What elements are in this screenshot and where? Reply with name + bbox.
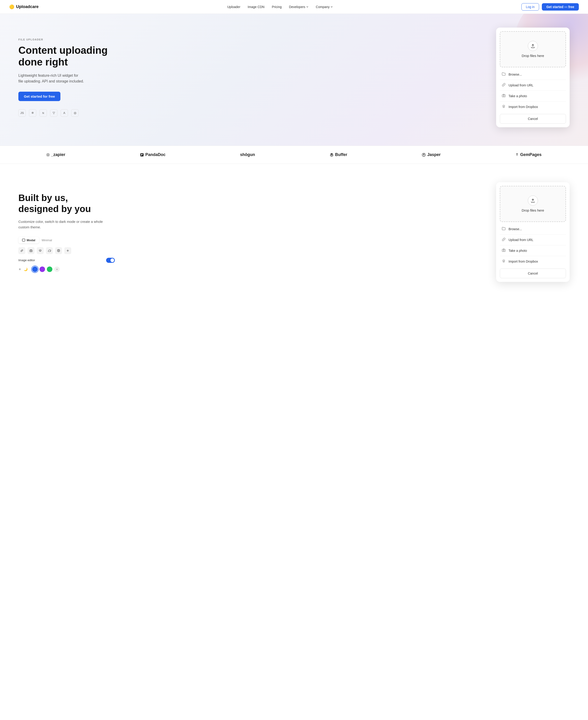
widget-options-2: Browse... Upload from URL Take a photo xyxy=(500,224,566,267)
color-green[interactable] xyxy=(47,267,52,272)
option-dropbox-label: Import from Dropbox xyxy=(508,105,538,109)
option-url[interactable]: Upload from URL xyxy=(500,80,566,91)
jasper-icon xyxy=(422,153,426,157)
drop-zone[interactable]: Drop files here xyxy=(500,31,566,67)
tech-icon-angular: A xyxy=(61,109,68,117)
cancel-button-2[interactable]: Cancel xyxy=(500,269,566,278)
upload-widget-card-2: Drop files here Browse... Upload from UR… xyxy=(496,182,570,282)
logo[interactable]: 🟡 Uploadcare xyxy=(9,4,39,9)
color-blue[interactable] xyxy=(32,267,38,272)
drop-zone-2[interactable]: Drop files here xyxy=(500,186,566,222)
drop-text-2: Drop files here xyxy=(522,208,544,212)
option-url-label: Upload from URL xyxy=(508,83,533,87)
tech-icon-svelte: ◎ xyxy=(71,109,79,117)
svg-rect-10 xyxy=(502,249,505,251)
tech-icon-react: ⚛ xyxy=(29,109,36,117)
svg-point-1 xyxy=(503,95,504,97)
camera-icon xyxy=(502,94,506,99)
cancel-button[interactable]: Cancel xyxy=(500,114,566,124)
chevron-down-icon xyxy=(331,6,333,8)
option-browse-label-2: Browse... xyxy=(508,227,522,231)
chevron-down-icon xyxy=(306,6,309,8)
option-browse[interactable]: Browse... xyxy=(500,69,566,80)
toggle-row: Image editor xyxy=(18,258,115,263)
hero-label: FILE UPLOADER xyxy=(18,38,108,41)
option-dropbox-label-2: Import from Dropbox xyxy=(508,260,538,263)
nav-link-developers[interactable]: Developers xyxy=(289,5,309,9)
svg-point-8 xyxy=(58,250,59,251)
controls-panel: Modal Minimal xyxy=(18,237,115,272)
logo-pandadoc: PandaDoc xyxy=(140,152,166,157)
option-browse-label: Browse... xyxy=(508,73,522,76)
option-dropbox-2[interactable]: Import from Dropbox xyxy=(500,256,566,267)
option-url-2[interactable]: Upload from URL xyxy=(500,234,566,245)
mode-minimal-button[interactable]: Minimal xyxy=(42,239,52,242)
mode-toggle: Modal Minimal xyxy=(18,237,115,244)
light-theme-icon[interactable]: ☀ xyxy=(18,267,21,271)
section2-left: Built by us,designed by you Customize co… xyxy=(18,192,115,272)
upload-icon-circle xyxy=(528,41,538,51)
modal-icon xyxy=(22,239,25,242)
color-add-button[interactable]: + xyxy=(54,267,60,272)
svg-rect-0 xyxy=(502,95,505,97)
logo-buffer: Buffer xyxy=(330,152,347,157)
logo-gempages-text: GemPages xyxy=(520,152,542,157)
nav-link-uploader[interactable]: Uploader xyxy=(227,5,240,9)
upload-icon xyxy=(530,43,536,48)
camera-icon-2 xyxy=(502,248,506,253)
dropbox-icon-2 xyxy=(502,259,506,264)
option-dropbox[interactable]: Import from Dropbox xyxy=(500,102,566,112)
option-photo[interactable]: Take a photo xyxy=(500,91,566,102)
theme-row: ☀ 🌙 + xyxy=(18,267,115,272)
navbar: 🟡 Uploadcare Uploader Image CDN Pricing … xyxy=(0,0,588,14)
nav-link-pricing[interactable]: Pricing xyxy=(272,5,281,9)
svg-point-6 xyxy=(30,250,31,251)
dark-theme-icon[interactable]: 🌙 xyxy=(24,267,27,271)
get-started-button[interactable]: Get started — free xyxy=(542,3,579,11)
logo-emoji: 🟡 xyxy=(9,4,14,9)
color-purple[interactable] xyxy=(40,267,45,272)
mode-modal-button[interactable]: Modal xyxy=(18,237,39,244)
tech-icon-js: JS xyxy=(18,109,26,117)
hero-cta-button[interactable]: Get started for free xyxy=(18,92,60,101)
pandadoc-icon xyxy=(140,153,144,157)
image-editor-toggle[interactable] xyxy=(106,258,115,263)
src-cloud-icon[interactable] xyxy=(46,247,53,254)
login-button[interactable]: Log in xyxy=(521,3,539,11)
widget-options: Browse... Upload from URL Take a photo xyxy=(500,69,566,112)
theme-icons: ☀ 🌙 xyxy=(18,267,27,271)
section2-title: Built by us,designed by you xyxy=(18,192,115,214)
folder-icon xyxy=(502,72,506,77)
tech-icon-next: N xyxy=(40,109,47,117)
src-link-icon[interactable] xyxy=(18,247,25,254)
src-plus-icon[interactable] xyxy=(64,247,71,254)
link-icon-2 xyxy=(502,237,506,242)
hero-title: Content uploadingdone right xyxy=(18,45,108,68)
option-photo-label-2: Take a photo xyxy=(508,249,527,252)
logos-strip: _zapier PandaDoc shōgun Buffer Jasper Ge… xyxy=(0,146,588,164)
upload-widget-card: Drop files here Browse... Upload from UR… xyxy=(496,27,570,127)
nav-link-image-cdn[interactable]: Image CDN xyxy=(248,5,265,9)
upload-widget-hero: Drop files here Browse... Upload from UR… xyxy=(496,27,570,127)
src-dropbox-icon[interactable] xyxy=(37,247,44,254)
dropbox-icon xyxy=(502,104,506,109)
logo-jasper-text: Jasper xyxy=(427,152,441,157)
hero-section: FILE UPLOADER Content uploadingdone righ… xyxy=(0,14,588,146)
nav-actions: Log in Get started — free xyxy=(521,3,579,11)
tech-icons: JS ⚛ N ▽ A ◎ xyxy=(18,109,108,117)
logo-buffer-text: Buffer xyxy=(335,152,347,157)
option-browse-2[interactable]: Browse... xyxy=(500,224,566,234)
folder-icon-2 xyxy=(502,227,506,231)
svg-point-11 xyxy=(503,250,504,251)
nav-link-company[interactable]: Company xyxy=(316,5,333,9)
svg-rect-5 xyxy=(29,250,33,252)
logo-shogun-text: shōgun xyxy=(240,152,255,157)
src-instagram-icon[interactable] xyxy=(55,247,62,254)
option-photo-2[interactable]: Take a photo xyxy=(500,245,566,256)
upload-icon-circle-2 xyxy=(528,196,538,206)
src-camera-icon[interactable] xyxy=(27,247,35,254)
logo-shogun: shōgun xyxy=(240,152,255,157)
hero-left: FILE UPLOADER Content uploadingdone righ… xyxy=(18,38,108,117)
option-photo-label: Take a photo xyxy=(508,94,527,98)
zapier-icon xyxy=(46,153,49,157)
